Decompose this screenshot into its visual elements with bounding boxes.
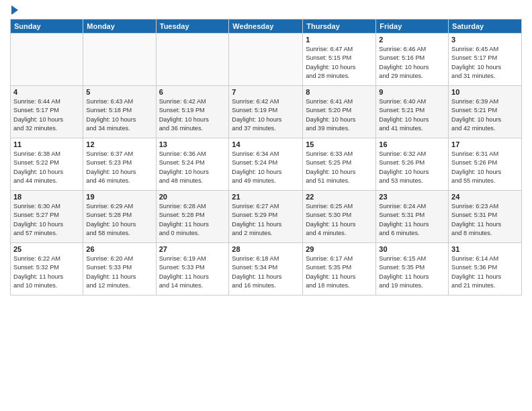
calendar-header-wednesday: Wednesday [229, 19, 303, 34]
calendar-cell [156, 34, 229, 86]
calendar-week-row: 4Sunrise: 6:44 AMSunset: 5:17 PMDaylight… [11, 86, 522, 138]
day-info: Sunrise: 6:25 AMSunset: 5:30 PMDaylight:… [306, 202, 373, 238]
day-info: Sunrise: 6:42 AMSunset: 5:19 PMDaylight:… [159, 97, 226, 133]
day-info: Sunrise: 6:27 AMSunset: 5:29 PMDaylight:… [232, 202, 300, 238]
day-number: 1 [306, 36, 373, 44]
calendar-week-row: 11Sunrise: 6:38 AMSunset: 5:22 PMDayligh… [11, 138, 522, 191]
day-number: 23 [379, 193, 445, 201]
day-info: Sunrise: 6:31 AMSunset: 5:26 PMDaylight:… [451, 150, 519, 185]
day-number: 14 [232, 140, 300, 148]
calendar-cell: 3Sunrise: 6:45 AMSunset: 5:17 PMDaylight… [449, 34, 522, 86]
day-info: Sunrise: 6:30 AMSunset: 5:27 PMDaylight:… [13, 202, 80, 238]
calendar-header-monday: Monday [83, 19, 156, 34]
day-number: 2 [379, 36, 445, 44]
day-number: 11 [13, 140, 80, 148]
day-number: 7 [232, 88, 300, 96]
day-info: Sunrise: 6:45 AMSunset: 5:17 PMDaylight:… [451, 45, 519, 81]
day-number: 16 [379, 140, 445, 148]
calendar-header-friday: Friday [376, 19, 449, 34]
day-info: Sunrise: 6:37 AMSunset: 5:23 PMDaylight:… [86, 150, 152, 185]
calendar-cell: 7Sunrise: 6:42 AMSunset: 5:19 PMDaylight… [229, 86, 303, 138]
calendar-cell: 13Sunrise: 6:36 AMSunset: 5:24 PMDayligh… [156, 138, 229, 191]
calendar-cell: 12Sunrise: 6:37 AMSunset: 5:23 PMDayligh… [83, 138, 156, 191]
day-number: 12 [86, 140, 152, 148]
day-number: 31 [451, 245, 519, 253]
day-info: Sunrise: 6:29 AMSunset: 5:28 PMDaylight:… [86, 202, 152, 238]
calendar-cell: 27Sunrise: 6:19 AMSunset: 5:33 PMDayligh… [156, 243, 229, 295]
calendar-header-row: SundayMondayTuesdayWednesdayThursdayFrid… [11, 19, 522, 34]
calendar-cell: 30Sunrise: 6:15 AMSunset: 5:35 PMDayligh… [376, 243, 449, 295]
calendar-cell: 18Sunrise: 6:30 AMSunset: 5:27 PMDayligh… [11, 191, 83, 243]
calendar-cell: 8Sunrise: 6:41 AMSunset: 5:20 PMDaylight… [303, 86, 376, 138]
calendar-cell: 23Sunrise: 6:24 AMSunset: 5:31 PMDayligh… [376, 191, 449, 243]
calendar-cell: 14Sunrise: 6:34 AMSunset: 5:24 PMDayligh… [229, 138, 303, 191]
calendar-cell: 21Sunrise: 6:27 AMSunset: 5:29 PMDayligh… [229, 191, 303, 243]
day-info: Sunrise: 6:15 AMSunset: 5:35 PMDaylight:… [379, 255, 445, 290]
calendar-cell: 10Sunrise: 6:39 AMSunset: 5:21 PMDayligh… [449, 86, 522, 138]
day-info: Sunrise: 6:42 AMSunset: 5:19 PMDaylight:… [232, 97, 300, 133]
day-info: Sunrise: 6:39 AMSunset: 5:21 PMDaylight:… [451, 97, 519, 133]
day-info: Sunrise: 6:17 AMSunset: 5:35 PMDaylight:… [306, 255, 373, 290]
logo-text [10, 7, 18, 15]
day-info: Sunrise: 6:47 AMSunset: 5:15 PMDaylight:… [306, 45, 373, 81]
page: SundayMondayTuesdayWednesdayThursdayFrid… [0, 0, 532, 302]
day-number: 6 [159, 88, 226, 96]
calendar-cell: 24Sunrise: 6:23 AMSunset: 5:31 PMDayligh… [449, 191, 522, 243]
calendar-cell: 15Sunrise: 6:33 AMSunset: 5:25 PMDayligh… [303, 138, 376, 191]
day-number: 8 [306, 88, 373, 96]
calendar-cell [11, 34, 83, 86]
day-info: Sunrise: 6:28 AMSunset: 5:28 PMDaylight:… [159, 202, 226, 238]
calendar-cell: 4Sunrise: 6:44 AMSunset: 5:17 PMDaylight… [11, 86, 83, 138]
day-number: 22 [306, 193, 373, 201]
calendar-cell: 19Sunrise: 6:29 AMSunset: 5:28 PMDayligh… [83, 191, 156, 243]
day-number: 19 [86, 193, 152, 201]
logo [10, 7, 18, 15]
day-number: 9 [379, 88, 445, 96]
day-number: 15 [306, 140, 373, 148]
day-info: Sunrise: 6:36 AMSunset: 5:24 PMDaylight:… [159, 150, 226, 185]
day-number: 21 [232, 193, 300, 201]
day-number: 18 [13, 193, 80, 201]
calendar-cell: 16Sunrise: 6:32 AMSunset: 5:26 PMDayligh… [376, 138, 449, 191]
day-number: 5 [86, 88, 152, 96]
calendar-week-row: 1Sunrise: 6:47 AMSunset: 5:15 PMDaylight… [11, 34, 522, 86]
calendar-cell: 29Sunrise: 6:17 AMSunset: 5:35 PMDayligh… [303, 243, 376, 295]
day-number: 4 [13, 88, 80, 96]
day-number: 29 [306, 245, 373, 253]
calendar-cell: 26Sunrise: 6:20 AMSunset: 5:33 PMDayligh… [83, 243, 156, 295]
day-info: Sunrise: 6:43 AMSunset: 5:18 PMDaylight:… [86, 97, 152, 133]
day-info: Sunrise: 6:34 AMSunset: 5:24 PMDaylight:… [232, 150, 300, 185]
day-number: 17 [451, 140, 519, 148]
calendar-cell: 6Sunrise: 6:42 AMSunset: 5:19 PMDaylight… [156, 86, 229, 138]
day-number: 25 [13, 245, 80, 253]
header [10, 7, 522, 15]
calendar-header-saturday: Saturday [449, 19, 522, 34]
calendar-cell [229, 34, 303, 86]
day-number: 20 [159, 193, 226, 201]
calendar-table: SundayMondayTuesdayWednesdayThursdayFrid… [10, 19, 522, 295]
day-info: Sunrise: 6:22 AMSunset: 5:32 PMDaylight:… [13, 255, 80, 290]
calendar-week-row: 25Sunrise: 6:22 AMSunset: 5:32 PMDayligh… [11, 243, 522, 295]
calendar-cell: 2Sunrise: 6:46 AMSunset: 5:16 PMDaylight… [376, 34, 449, 86]
day-info: Sunrise: 6:18 AMSunset: 5:34 PMDaylight:… [232, 255, 300, 290]
day-number: 3 [451, 36, 519, 44]
calendar-cell [83, 34, 156, 86]
calendar-header-sunday: Sunday [11, 19, 83, 34]
logo-arrow-icon [11, 5, 18, 15]
day-info: Sunrise: 6:24 AMSunset: 5:31 PMDaylight:… [379, 202, 445, 238]
day-info: Sunrise: 6:44 AMSunset: 5:17 PMDaylight:… [13, 97, 80, 133]
day-info: Sunrise: 6:14 AMSunset: 5:36 PMDaylight:… [451, 255, 519, 290]
day-number: 10 [451, 88, 519, 96]
calendar-cell: 22Sunrise: 6:25 AMSunset: 5:30 PMDayligh… [303, 191, 376, 243]
day-info: Sunrise: 6:41 AMSunset: 5:20 PMDaylight:… [306, 97, 373, 133]
calendar-cell: 1Sunrise: 6:47 AMSunset: 5:15 PMDaylight… [303, 34, 376, 86]
day-number: 28 [232, 245, 300, 253]
day-info: Sunrise: 6:23 AMSunset: 5:31 PMDaylight:… [451, 202, 519, 238]
calendar-cell: 17Sunrise: 6:31 AMSunset: 5:26 PMDayligh… [449, 138, 522, 191]
calendar-header-tuesday: Tuesday [156, 19, 229, 34]
calendar-cell: 5Sunrise: 6:43 AMSunset: 5:18 PMDaylight… [83, 86, 156, 138]
calendar-cell: 9Sunrise: 6:40 AMSunset: 5:21 PMDaylight… [376, 86, 449, 138]
calendar-cell: 25Sunrise: 6:22 AMSunset: 5:32 PMDayligh… [11, 243, 83, 295]
day-info: Sunrise: 6:46 AMSunset: 5:16 PMDaylight:… [379, 45, 445, 81]
day-info: Sunrise: 6:38 AMSunset: 5:22 PMDaylight:… [13, 150, 80, 185]
